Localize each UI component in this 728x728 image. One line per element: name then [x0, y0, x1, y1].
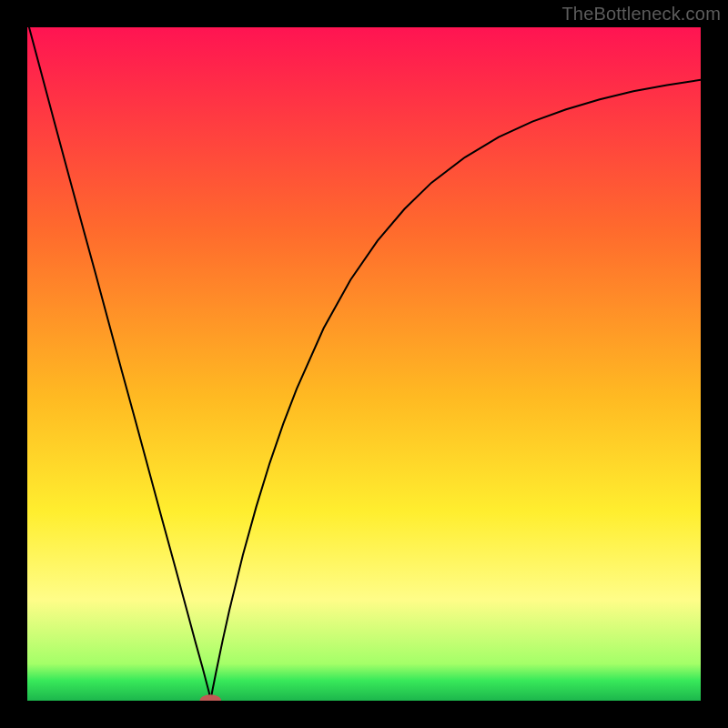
- chart-background: [27, 27, 701, 701]
- chart-svg: [27, 27, 701, 701]
- chart-plot-area: [27, 27, 701, 701]
- watermark-text: TheBottleneck.com: [561, 4, 721, 25]
- chart-frame: TheBottleneck.com: [0, 0, 728, 728]
